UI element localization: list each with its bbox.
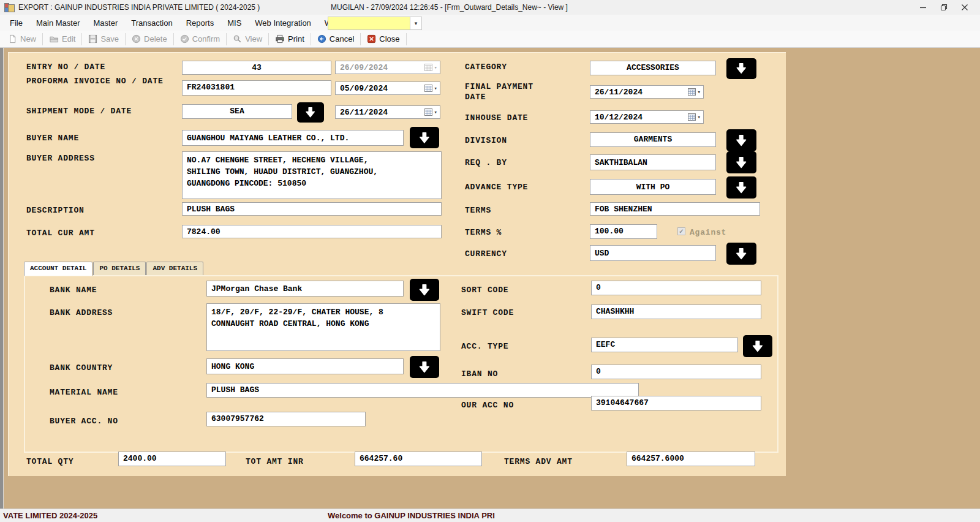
toolbar-button-label: Save <box>100 34 119 44</box>
menu-item-main-master[interactable]: Main Master <box>29 18 87 28</box>
tab-account-detail[interactable]: ACCOUNT DETAIL <box>24 262 92 276</box>
cancel-button[interactable]: Cancel <box>312 32 360 45</box>
combo-dropdown-button[interactable]: ▾ <box>410 17 422 30</box>
advance-type-field[interactable]: WITH PO <box>590 179 716 195</box>
shipment-date-field[interactable]: 26/11/2024 ▾ <box>335 105 440 119</box>
currency-label: CURRENCY <box>465 249 507 259</box>
cancel-icon <box>317 34 326 44</box>
inhouse-date-label: INHOUSE DATE <box>465 113 528 123</box>
bank-country-field[interactable]: HONG KONG <box>206 358 404 374</box>
edit-button[interactable]: Edit <box>43 32 81 45</box>
view-magnifier-icon <box>233 34 242 44</box>
req-by-label: REQ . BY <box>465 158 507 167</box>
iban-no-label: IBAN NO <box>461 369 498 379</box>
proforma-no-field[interactable]: FR24031801 <box>182 80 331 96</box>
toolbar-button-label: Print <box>288 34 304 44</box>
sort-code-field[interactable]: 0 <box>591 281 761 295</box>
terms-label: TERMS <box>465 206 491 215</box>
currency-field[interactable]: USD <box>590 245 716 261</box>
bank-country-label: BANK COUNTRY <box>50 363 113 373</box>
close-window-button[interactable] <box>954 0 975 15</box>
menu-item-master[interactable]: Master <box>86 18 124 28</box>
material-name-field[interactable]: PLUSH BAGS <box>206 383 639 398</box>
swift-code-label: SWIFT CODE <box>461 308 514 317</box>
chevron-down-icon: ▾ <box>415 20 418 26</box>
final-payment-date-label: FINAL PAYMENT DATE <box>465 81 545 102</box>
view-button[interactable]: View <box>227 32 268 45</box>
buyer-name-dropdown-button[interactable] <box>410 127 439 148</box>
menu-item-file[interactable]: File <box>3 18 29 28</box>
final-payment-date-field[interactable]: 26/11/2024 ▾ <box>590 85 704 99</box>
bank-address-label: BANK ADDRESS <box>50 308 113 317</box>
application-window: EXPORT : GAINUP INDUSTRIES INDIA PRIVATE… <box>0 0 980 522</box>
bank-country-dropdown-button[interactable] <box>410 356 439 378</box>
arrow-down-icon <box>748 339 767 353</box>
total-cur-amt-field[interactable]: 7824.00 <box>182 225 442 238</box>
category-label: CATEGORY <box>465 62 507 72</box>
windows-search-combo[interactable] <box>328 17 410 30</box>
shipment-mode-field[interactable]: SEA <box>182 104 292 119</box>
terms-adv-amt-field[interactable]: 664257.6000 <box>627 452 755 466</box>
bank-name-label: BANK NAME <box>50 286 97 295</box>
buyer-name-field[interactable]: GUANGHOU MAIYANG LEATHER CO., LTD. <box>182 130 404 146</box>
delete-button[interactable]: Delete <box>126 32 173 45</box>
toolbar-separator <box>311 33 311 45</box>
tab-po-details[interactable]: PO DETAILS <box>93 262 146 275</box>
menu-item-web-integration[interactable]: Web Integration <box>248 18 318 28</box>
tot-amt-inr-field[interactable]: 664257.60 <box>355 452 482 466</box>
inhouse-date-field[interactable]: 10/12/2024 ▾ <box>590 110 704 124</box>
total-cur-amt-label: TOTAL CUR AMT <box>26 229 95 238</box>
against-checkbox-label: Against <box>690 228 726 237</box>
arrow-down-icon <box>732 134 750 147</box>
calendar-icon <box>688 88 696 96</box>
buyer-acc-no-field[interactable]: 63007957762 <box>206 412 366 426</box>
division-dropdown-button[interactable] <box>726 129 756 151</box>
confirm-button[interactable]: Confirm <box>175 32 226 45</box>
acc-type-field[interactable]: EEFC <box>591 338 738 352</box>
iban-no-field[interactable]: 0 <box>591 365 761 379</box>
req-by-field[interactable]: SAKTHIBALAN <box>590 154 716 170</box>
req-by-dropdown-button[interactable] <box>726 151 756 173</box>
chevron-down-icon: ▾ <box>698 114 701 121</box>
close-button[interactable]: Close <box>361 32 405 45</box>
bank-name-dropdown-button[interactable] <box>410 279 439 301</box>
shipment-mode-dropdown-button[interactable] <box>297 102 324 123</box>
description-field[interactable]: PLUSH BAGS <box>182 202 442 216</box>
outward-details-form: ENTRY NO / DATE 43 26/09/2024 ▾ PROFORMA… <box>8 52 786 476</box>
category-dropdown-button[interactable] <box>726 58 756 79</box>
left-edge-strip <box>0 48 4 509</box>
entry-date-field[interactable]: 26/09/2024 ▾ <box>335 61 440 74</box>
advance-type-dropdown-button[interactable] <box>726 176 756 199</box>
tab-adv-details[interactable]: ADV DETAILS <box>146 262 203 275</box>
session-title: MUGILAN - 27/09/2024 12:26:45 - [Frm_Out… <box>331 3 568 12</box>
chevron-down-icon: ▾ <box>434 64 437 71</box>
menu-item-mis[interactable]: MIS <box>221 18 248 28</box>
restore-button[interactable] <box>933 0 954 15</box>
print-button[interactable]: Print <box>270 32 310 45</box>
menu-item-transaction[interactable]: Transaction <box>124 18 179 28</box>
terms-pct-field[interactable]: 100.00 <box>590 224 657 239</box>
swift-code-field[interactable]: CHASHKHH <box>591 304 761 319</box>
minimize-button[interactable] <box>913 0 933 15</box>
detail-tab-control: ACCOUNT DETAIL PO DETAILS ADV DETAILS BA… <box>24 262 778 453</box>
calendar-icon <box>424 108 432 116</box>
division-field[interactable]: GARMENTS <box>590 132 716 147</box>
acc-type-dropdown-button[interactable] <box>743 335 772 357</box>
buyer-address-field[interactable]: NO.A7 CHENGHE STREET, HECHENG VILLAGE, S… <box>182 151 442 199</box>
new-button[interactable]: New <box>2 32 42 45</box>
shipment-label: SHIPMENT MODE / DATE <box>26 107 132 116</box>
bank-address-field[interactable]: 18/F, 20/F, 22-29/F, CHATER HOUSE, 8 CON… <box>206 303 440 351</box>
our-acc-no-field[interactable]: 39104647667 <box>591 396 761 410</box>
against-checkbox[interactable]: ✓ <box>677 227 685 235</box>
save-button[interactable]: Save <box>83 32 124 45</box>
proforma-date-field[interactable]: 05/09/2024 ▾ <box>335 81 440 95</box>
terms-field[interactable]: FOB SHENZHEN <box>590 202 760 216</box>
entry-no-field[interactable]: 43 <box>182 61 331 75</box>
category-field[interactable]: ACCESSORIES <box>590 61 716 75</box>
status-welcome-text: Welcome to GAINUP INDUSTRIES INDIA PRI <box>328 511 495 520</box>
bank-name-field[interactable]: JPMorgan Chase Bank <box>206 281 404 297</box>
total-qty-field[interactable]: 2400.00 <box>118 452 226 466</box>
menu-item-reports[interactable]: Reports <box>179 18 221 28</box>
delete-icon <box>132 34 141 44</box>
toolbar-button-label: Confirm <box>192 34 221 44</box>
